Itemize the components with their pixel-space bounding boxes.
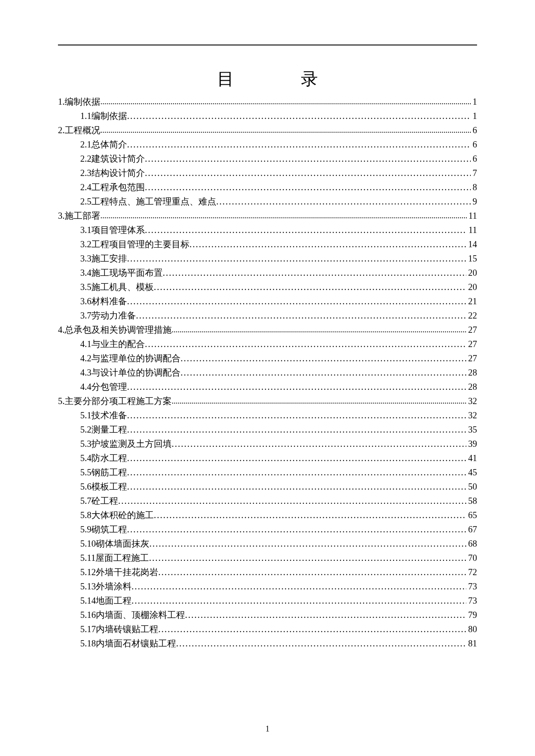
toc-entry: 5.7砼工程..................................…	[58, 494, 477, 507]
toc-leader-dots: ........................................…	[100, 96, 471, 108]
toc-entry-page: 32	[466, 409, 477, 422]
toc-leader-dots: ........................................…	[145, 152, 471, 165]
toc-entry: 3.3施工安排.................................…	[58, 252, 477, 265]
toc-entry-label: 4.2与监理单位的协调配合	[80, 351, 181, 365]
toc-entry-label: 5.11屋面工程施工	[80, 551, 149, 564]
toc-entry-page: 7	[471, 166, 477, 180]
toc-entry-label: 1.编制依据	[58, 95, 100, 108]
toc-entry-page: 70	[466, 551, 477, 564]
toc-entry-page: 73	[466, 580, 477, 593]
toc-entry-label: 3.6材料准备	[80, 294, 127, 308]
toc-leader-dots: ........................................…	[154, 280, 466, 294]
toc-entry-page: 41	[466, 451, 477, 465]
toc-entry: 5.6模板工程.................................…	[58, 480, 477, 493]
toc-entry: 3.2工程项目管理的主要目标..........................…	[58, 237, 477, 251]
toc-entry-label: 5.6模板工程	[80, 480, 127, 493]
toc-entry: 5.5钢筋工程.................................…	[58, 466, 477, 479]
toc-entry-label: 5.10砌体墙面抹灰	[80, 537, 149, 550]
toc-leader-dots: ........................................…	[172, 395, 466, 407]
toc-leader-dots: ........................................…	[154, 508, 466, 522]
toc-entry-label: 5.18内墙面石材镶贴工程	[80, 637, 176, 650]
toc-entry: 5.2测量工程.................................…	[58, 423, 477, 436]
toc-entry-label: 4.1与业主的配合	[80, 337, 145, 351]
toc-entry-page: 67	[466, 523, 477, 536]
toc-entry-label: 3.4施工现场平面布置	[80, 266, 163, 279]
toc-leader-dots: ........................................…	[127, 109, 471, 123]
toc-entry-page: 11	[467, 223, 477, 237]
toc-entry-page: 39	[466, 437, 477, 450]
toc-leader-dots: ........................................…	[181, 366, 466, 379]
toc-entry-page: 80	[466, 622, 477, 636]
toc-leader-dots: ........................................…	[172, 324, 466, 336]
toc-leader-dots: ........................................…	[132, 580, 466, 593]
toc-entry-label: 3.2工程项目管理的主要目标	[80, 237, 189, 251]
toc-entry: 2.4工程承包范围...............................…	[58, 180, 477, 194]
toc-entry-page: 6	[471, 138, 477, 151]
toc-entry-page: 27	[466, 337, 477, 351]
toc-leader-dots: ........................................…	[127, 480, 466, 493]
toc-entry-page: 32	[466, 394, 477, 408]
toc-leader-dots: ........................................…	[163, 266, 466, 279]
toc-entry: 4.2与监理单位的协调配合...........................…	[58, 351, 477, 365]
toc-entry: 3.7劳动力准备................................…	[58, 309, 477, 322]
toc-entry-label: 5.2测量工程	[80, 423, 127, 436]
toc-leader-dots: ........................................…	[158, 565, 466, 579]
toc-entry-label: 5.14地面工程	[80, 594, 132, 607]
toc-entry: 4.3与设计单位的协调配合...........................…	[58, 366, 477, 379]
toc-entry-page: 14	[466, 237, 477, 251]
toc-entry: 4.4分包管理.................................…	[58, 380, 477, 393]
toc-entry-label: 5.3护坡监测及土方回填	[80, 437, 172, 450]
toc-entry-page: 20	[466, 266, 477, 279]
toc-entry-page: 68	[466, 537, 477, 550]
toc-leader-dots: ........................................…	[216, 195, 471, 208]
toc-entry-label: 5.5钢筋工程	[80, 466, 127, 479]
toc-entry-label: 4.3与设计单位的协调配合	[80, 366, 181, 379]
toc-entry-page: 65	[466, 508, 477, 522]
toc-entry-page: 1	[471, 109, 477, 123]
toc-entry-page: 28	[466, 366, 477, 379]
toc-leader-dots: ........................................…	[100, 210, 467, 222]
toc-entry: 1.1编制依据.................................…	[58, 109, 477, 123]
toc-leader-dots: ........................................…	[189, 237, 466, 251]
toc-leader-dots: ........................................…	[127, 138, 471, 151]
toc-leader-dots: ........................................…	[118, 494, 466, 507]
toc-entry: 5.12外墙干挂花岗岩.............................…	[58, 565, 477, 579]
toc-entry-page: 1	[471, 95, 477, 108]
toc-entry-label: 2.3结构设计简介	[80, 166, 145, 180]
toc-entry-page: 79	[466, 608, 477, 621]
toc-entry: 3.施工部署..................................…	[58, 209, 477, 222]
toc-entry-page: 81	[466, 637, 477, 650]
toc-entry-page: 45	[466, 466, 477, 479]
toc-leader-dots: ........................................…	[145, 337, 466, 351]
toc-entry: 2.5工程特点、施工管理重点、难点.......................…	[58, 195, 477, 208]
toc-entry-page: 6	[471, 152, 477, 165]
toc-entry-page: 20	[466, 280, 477, 294]
toc-entry-label: 5.8大体积砼的施工	[80, 508, 154, 522]
toc-entry-label: 5.17内墙砖镶贴工程	[80, 622, 158, 636]
toc-entry-label: 2.2建筑设计简介	[80, 152, 145, 165]
toc-entry: 3.1项目管理体系...............................…	[58, 223, 477, 237]
toc-entry-page: 8	[471, 180, 477, 194]
toc-entry-page: 73	[466, 594, 477, 607]
toc-entry-page: 28	[466, 380, 477, 393]
toc-entry-label: 1.1编制依据	[80, 109, 127, 123]
toc-entry-label: 4.4分包管理	[80, 380, 127, 393]
toc-entry: 5.11屋面工程施工..............................…	[58, 551, 477, 564]
toc-entry-label: 5.主要分部分项工程施工方案	[58, 394, 172, 408]
toc-leader-dots: ........................................…	[132, 594, 466, 607]
toc-leader-dots: ........................................…	[127, 380, 466, 393]
toc-leader-dots: ........................................…	[127, 409, 466, 422]
toc-entry: 5.14地面工程................................…	[58, 594, 477, 607]
toc-entry: 5.主要分部分项工程施工方案..........................…	[58, 394, 477, 408]
toc-entry-label: 2.5工程特点、施工管理重点、难点	[80, 195, 216, 208]
table-of-contents: 1.编制依据..................................…	[58, 95, 477, 650]
toc-entry-page: 21	[466, 294, 477, 308]
toc-entry: 2.3结构设计简介...............................…	[58, 166, 477, 180]
toc-entry-page: 27	[466, 323, 477, 336]
toc-leader-dots: ........................................…	[145, 223, 467, 237]
toc-entry-label: 5.1技术准备	[80, 409, 127, 422]
toc-entry: 3.4施工现场平面布置.............................…	[58, 266, 477, 279]
toc-entry: 4.总承包及相关协调管理措施..........................…	[58, 323, 477, 336]
toc-entry: 5.10砌体墙面抹灰..............................…	[58, 537, 477, 550]
toc-entry: 3.5施工机具、模板..............................…	[58, 280, 477, 294]
